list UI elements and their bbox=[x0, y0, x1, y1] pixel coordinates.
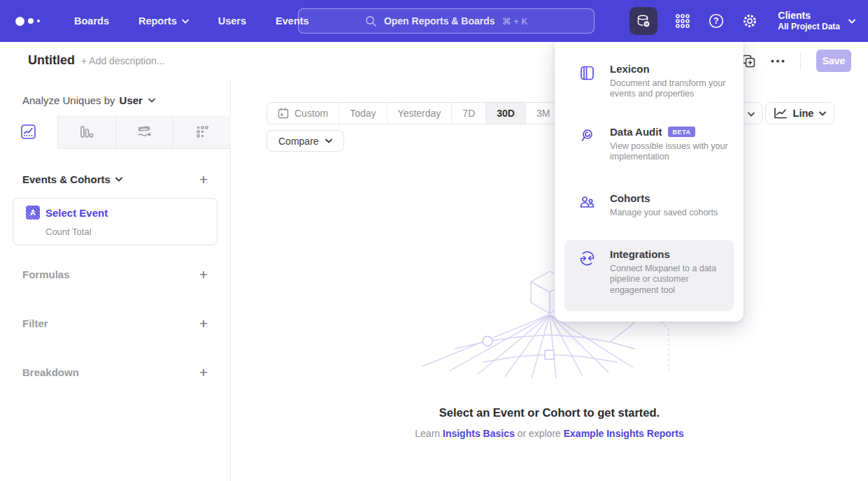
nav-right-controls: ? Clients All Project Data bbox=[629, 0, 855, 42]
date-range-custom[interactable]: Custom bbox=[267, 103, 339, 124]
date-range-yesterday[interactable]: Yesterday bbox=[387, 103, 453, 124]
compare-label: Compare bbox=[278, 136, 319, 147]
menu-item-integrations[interactable]: Integrations Connect Mixpanel to a data … bbox=[564, 240, 734, 311]
menu-item-description: Manage your saved cohorts bbox=[610, 208, 730, 218]
compare-dropdown[interactable]: Compare bbox=[266, 130, 344, 152]
events-cohorts-header: Events & Cohorts + bbox=[22, 172, 208, 187]
analyze-selected-value[interactable]: User bbox=[120, 94, 143, 106]
tab-line-chart[interactable] bbox=[0, 115, 58, 149]
help-icon: ? bbox=[708, 13, 725, 29]
range-label: Yesterday bbox=[398, 108, 441, 119]
menu-item-title: Integrations bbox=[610, 248, 670, 260]
svg-text:?: ? bbox=[714, 16, 719, 26]
metric-dots-tab-icon bbox=[194, 124, 211, 140]
more-options-button[interactable] bbox=[771, 59, 785, 63]
add-filter-button[interactable]: + bbox=[199, 316, 208, 331]
nav-item-label: Boards bbox=[74, 15, 109, 27]
tab-flow[interactable] bbox=[116, 115, 174, 149]
nav-item-boards[interactable]: Boards bbox=[74, 15, 109, 27]
select-event-label[interactable]: Select Event bbox=[45, 207, 108, 219]
menu-item-description: View possible issues with your implement… bbox=[610, 141, 730, 163]
integrations-icon bbox=[578, 248, 597, 303]
event-letter-badge: A bbox=[26, 206, 40, 220]
chevron-down-icon bbox=[115, 177, 122, 182]
tab-metric-dots[interactable] bbox=[173, 115, 231, 149]
add-breakdown-button[interactable]: + bbox=[199, 365, 208, 380]
query-builder-sidebar: Analyze Uniques by User bbox=[0, 80, 231, 481]
menu-item-lexicon[interactable]: Lexicon Document and transform your even… bbox=[564, 55, 734, 108]
tab-bar-chart[interactable] bbox=[58, 115, 116, 149]
lexicon-icon bbox=[578, 63, 597, 100]
range-label: Today bbox=[350, 108, 376, 119]
date-range-30d[interactable]: 30D bbox=[486, 103, 526, 124]
add-description-field[interactable]: + Add description... bbox=[81, 55, 164, 66]
chevron-down-icon bbox=[182, 19, 189, 24]
menu-item-cohorts[interactable]: Cohorts Manage your saved cohorts bbox=[564, 184, 734, 227]
data-audit-icon bbox=[578, 126, 597, 163]
event-card[interactable]: A Select Event Count Total bbox=[13, 198, 218, 245]
range-label: 3M bbox=[536, 108, 550, 119]
bar-chart-tab-icon bbox=[78, 124, 94, 140]
range-label: 7D bbox=[462, 108, 475, 119]
search-icon bbox=[365, 15, 377, 27]
or-explore-text: or explore bbox=[515, 428, 564, 439]
menu-item-description: Connect Mixpanel to a data pipeline or c… bbox=[610, 264, 730, 296]
top-navigation: Boards Reports Users Events Open Reports… bbox=[0, 0, 868, 42]
chart-type-dropdown[interactable]: Line bbox=[765, 102, 834, 124]
nav-items: Boards Reports Users Events bbox=[74, 15, 309, 27]
search-placeholder: Open Reports & Boards bbox=[384, 15, 495, 27]
formulas-label: Formulas bbox=[22, 268, 70, 280]
nav-item-reports[interactable]: Reports bbox=[138, 15, 189, 27]
line-chart-icon bbox=[774, 107, 788, 120]
chevron-down-icon bbox=[748, 112, 755, 117]
settings-button[interactable] bbox=[741, 13, 758, 29]
events-cohorts-label[interactable]: Events & Cohorts bbox=[22, 173, 122, 185]
date-range-7d[interactable]: 7D bbox=[452, 103, 486, 124]
chevron-down-icon bbox=[325, 138, 332, 143]
chevron-down-icon bbox=[819, 111, 826, 116]
filter-label: Filter bbox=[22, 317, 48, 329]
nav-item-users[interactable]: Users bbox=[218, 15, 246, 27]
divider bbox=[800, 52, 801, 70]
empty-state-links: Learn Insights Basics or explore Example… bbox=[231, 428, 868, 439]
date-range-control: Custom Today Yesterday 7D 30D 3M 6M bbox=[266, 102, 597, 124]
nav-item-label: Users bbox=[218, 15, 246, 27]
breakdown-section: Breakdown + bbox=[22, 365, 208, 380]
add-formula-button[interactable]: + bbox=[199, 267, 208, 282]
project-scope: All Project Data bbox=[778, 22, 840, 32]
analyze-prefix: Analyze Uniques by bbox=[22, 94, 115, 106]
apps-grid-icon bbox=[674, 13, 691, 29]
chevron-down-icon bbox=[848, 19, 855, 24]
report-title[interactable]: Untitled bbox=[28, 53, 75, 68]
menu-item-title: Lexicon bbox=[610, 63, 650, 75]
duplicate-button[interactable] bbox=[742, 55, 755, 68]
cohorts-icon bbox=[578, 192, 597, 218]
data-management-button[interactable] bbox=[629, 7, 657, 35]
menu-item-title: Cohorts bbox=[610, 192, 650, 204]
filter-section: Filter + bbox=[22, 316, 208, 331]
data-management-dropdown-panel: Lexicon Document and transform your even… bbox=[555, 38, 744, 322]
help-button[interactable]: ? bbox=[708, 13, 725, 29]
chevron-down-icon[interactable] bbox=[148, 98, 155, 103]
save-button[interactable]: Save bbox=[816, 50, 851, 72]
search-shortcut: ⌘ + K bbox=[502, 16, 528, 27]
ellipsis-icon bbox=[771, 59, 785, 63]
date-range-today[interactable]: Today bbox=[339, 103, 387, 124]
insights-basics-link[interactable]: Insights Basics bbox=[443, 428, 515, 439]
mixpanel-logo[interactable] bbox=[15, 17, 50, 26]
learn-prefix: Learn bbox=[415, 428, 443, 439]
menu-item-data-audit[interactable]: Data AuditBETA View possible issues with… bbox=[564, 117, 734, 171]
calendar-icon bbox=[278, 108, 289, 119]
breakdown-label: Breakdown bbox=[22, 366, 79, 378]
add-event-button[interactable]: + bbox=[199, 172, 208, 187]
chart-type-label: Line bbox=[793, 108, 814, 119]
project-name: Clients bbox=[778, 10, 840, 22]
project-selector[interactable]: Clients All Project Data bbox=[778, 10, 855, 33]
data-management-icon bbox=[636, 13, 651, 29]
count-total-label[interactable]: Count Total bbox=[45, 227, 92, 237]
example-insights-reports-link[interactable]: Example Insights Reports bbox=[564, 428, 684, 439]
line-chart-tab-icon bbox=[20, 124, 36, 140]
duplicate-icon bbox=[742, 55, 755, 68]
search-input[interactable]: Open Reports & Boards ⌘ + K bbox=[298, 8, 595, 34]
apps-grid-button[interactable] bbox=[674, 13, 691, 29]
